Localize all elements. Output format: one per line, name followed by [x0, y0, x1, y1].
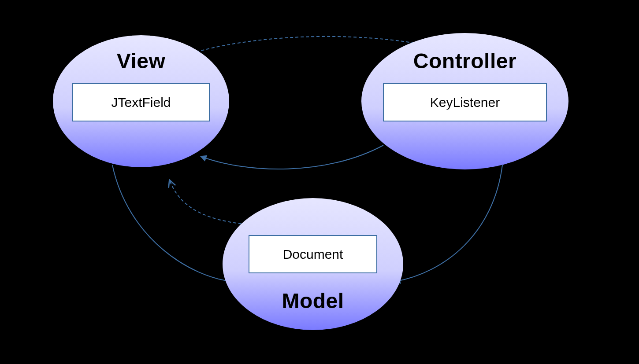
node-model: Document Model [223, 198, 403, 330]
node-controller-title: Controller [413, 49, 516, 73]
node-model-box-label: Document [283, 247, 343, 261]
node-view-box-label: JTextField [111, 95, 171, 110]
node-view-title: View [117, 49, 166, 73]
node-view: View JTextField [53, 35, 229, 167]
edge-controller-to-model [394, 165, 502, 282]
node-controller-box-label: KeyListener [430, 95, 500, 110]
edge-view-to-model [112, 165, 234, 282]
node-model-title: Model [282, 289, 344, 313]
edge-model-to-view [170, 180, 247, 224]
node-controller: Controller KeyListener [361, 33, 568, 169]
edge-controller-to-view [201, 145, 383, 169]
